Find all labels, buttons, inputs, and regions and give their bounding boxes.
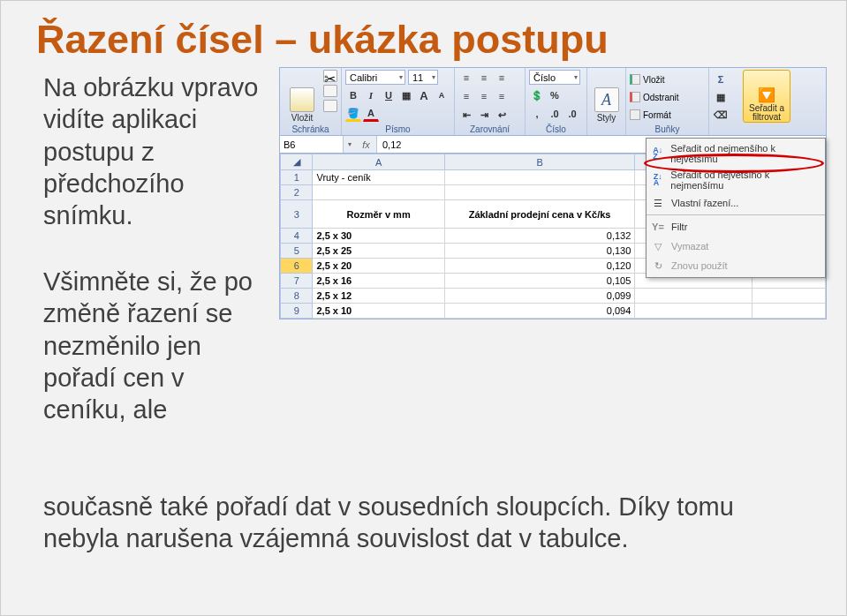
cell-d[interactable] bbox=[752, 289, 826, 304]
align-left-button[interactable]: ≡ bbox=[458, 88, 474, 104]
cell-b[interactable]: 0,105 bbox=[444, 274, 635, 289]
align-center-button[interactable]: ≡ bbox=[476, 88, 492, 104]
row-header[interactable]: 1 bbox=[281, 170, 313, 185]
cell-b[interactable]: 0,130 bbox=[444, 244, 635, 259]
fill-color-button[interactable]: 🪣 bbox=[345, 106, 361, 122]
cell-d[interactable] bbox=[752, 304, 826, 319]
cell-b[interactable] bbox=[444, 170, 635, 185]
cell-a[interactable]: 2,5 x 30 bbox=[313, 229, 444, 244]
sort-custom-item[interactable]: ☰ Vlastní řazení... bbox=[647, 193, 825, 213]
row-header[interactable]: 6 bbox=[281, 259, 313, 274]
reapply-icon: ↻ bbox=[650, 259, 666, 273]
sort-asc-icon: A↓Z bbox=[650, 146, 665, 161]
dec-dec-button[interactable]: .0 bbox=[564, 106, 580, 122]
sort-desc-item[interactable]: Z↓A Seřadit od největšího k nejmenšímu bbox=[647, 167, 825, 193]
row-header[interactable]: 7 bbox=[281, 274, 313, 289]
number-format-combo[interactable]: Číslo bbox=[529, 70, 580, 85]
percent-button[interactable]: % bbox=[547, 87, 563, 103]
cell-a[interactable] bbox=[313, 185, 444, 200]
alignment-group-label: Zarovnání bbox=[458, 124, 521, 134]
indent-inc-button[interactable]: ⇥ bbox=[476, 107, 492, 123]
font-size-combo[interactable]: 11 bbox=[408, 70, 438, 85]
insert-cells-button[interactable]: Vložit bbox=[630, 71, 700, 87]
clear-filter-icon: ▽ bbox=[650, 239, 666, 253]
dec-inc-button[interactable]: .0 bbox=[547, 106, 563, 122]
sort-custom-icon: ☰ bbox=[650, 196, 666, 210]
font-grow-button[interactable]: A bbox=[416, 87, 432, 103]
clipboard-icon bbox=[290, 87, 314, 112]
paste-button[interactable]: Vložit bbox=[284, 70, 321, 123]
sort-asc-item[interactable]: A↓Z Seřadit od nejmenšího k největšímu bbox=[647, 140, 825, 167]
font-group-label: Písmo bbox=[345, 124, 450, 134]
sort-filter-button[interactable]: 🔽 Seřadit a filtrovat bbox=[743, 70, 790, 123]
row-header[interactable]: 9 bbox=[281, 304, 313, 319]
comma-button[interactable]: , bbox=[529, 106, 545, 122]
wrap-button[interactable]: ↩ bbox=[494, 107, 510, 123]
align-right-button[interactable]: ≡ bbox=[494, 88, 510, 104]
sort-desc-icon: Z↓A bbox=[650, 173, 665, 187]
cell-b[interactable]: 0,094 bbox=[444, 304, 635, 319]
row-header[interactable]: 3 bbox=[281, 200, 313, 229]
row-header[interactable]: 2 bbox=[281, 185, 313, 200]
col-header-b[interactable]: B bbox=[444, 154, 635, 170]
border-button[interactable]: ▦ bbox=[398, 87, 414, 103]
indent-dec-button[interactable]: ⇤ bbox=[458, 107, 474, 123]
styles-group-label bbox=[591, 133, 622, 134]
font-name-combo[interactable]: Calibri bbox=[345, 70, 405, 85]
cells-group-label: Buňky bbox=[630, 124, 705, 134]
paragraph-2: Všimněte si, že po změně řazení se nezmě… bbox=[43, 266, 268, 425]
fx-icon[interactable]: fx bbox=[356, 136, 377, 153]
cell-a[interactable]: 2,5 x 20 bbox=[313, 259, 444, 274]
bold-button[interactable]: B bbox=[345, 87, 361, 103]
col-header-a[interactable]: A bbox=[313, 154, 444, 170]
table-row[interactable]: 92,5 x 100,094 bbox=[281, 304, 826, 319]
sort-filter-dropdown: A↓Z Seřadit od nejmenšího k největšímu Z… bbox=[646, 138, 826, 278]
align-bot-button[interactable]: ≡ bbox=[494, 70, 510, 86]
copy-icon[interactable] bbox=[323, 85, 337, 97]
delete-cells-button[interactable]: Odstranit bbox=[630, 89, 700, 105]
cell-a[interactable]: Vruty - ceník bbox=[313, 170, 444, 185]
cell-c[interactable] bbox=[635, 304, 752, 319]
clear-button[interactable]: ⌫ bbox=[713, 107, 729, 123]
row-header[interactable]: 8 bbox=[281, 289, 313, 304]
font-color-button[interactable]: A bbox=[363, 106, 379, 122]
filter-icon: Y= bbox=[650, 220, 666, 234]
cell-a[interactable]: 2,5 x 25 bbox=[313, 244, 444, 259]
cell-a[interactable]: Rozměr v mm bbox=[313, 200, 444, 229]
clipboard-group-label: Schránka bbox=[284, 124, 337, 134]
styles-button[interactable]: A Styly bbox=[591, 70, 622, 123]
cell-c[interactable] bbox=[635, 289, 752, 304]
format-cells-button[interactable]: Formát bbox=[630, 107, 700, 123]
fill-button[interactable]: ▦ bbox=[713, 89, 729, 105]
cell-a[interactable]: 2,5 x 10 bbox=[313, 304, 444, 319]
underline-button[interactable]: U bbox=[381, 87, 397, 103]
paragraph-1: Na obrázku vpravo vidíte aplikaci postup… bbox=[43, 71, 268, 231]
cell-a[interactable]: 2,5 x 16 bbox=[313, 274, 444, 289]
autosum-button[interactable]: Σ bbox=[713, 71, 729, 87]
row-header[interactable]: 5 bbox=[281, 244, 313, 259]
row-header[interactable]: 4 bbox=[281, 229, 313, 244]
cell-b[interactable]: Základní prodejní cena v Kč/ks bbox=[444, 200, 635, 229]
cell-b[interactable]: 0,099 bbox=[444, 289, 635, 304]
align-mid-button[interactable]: ≡ bbox=[476, 70, 492, 86]
cut-icon[interactable]: ✂ bbox=[323, 70, 337, 82]
align-top-button[interactable]: ≡ bbox=[458, 70, 474, 86]
number-group-label: Číslo bbox=[529, 124, 583, 134]
filter-item[interactable]: Y= Filtr bbox=[647, 214, 825, 237]
cell-a[interactable]: 2,5 x 12 bbox=[313, 289, 444, 304]
cell-b[interactable] bbox=[444, 185, 635, 200]
cell-b[interactable]: 0,132 bbox=[444, 229, 635, 244]
name-box-dropdown-icon[interactable]: ▾ bbox=[344, 136, 356, 153]
italic-button[interactable]: I bbox=[363, 87, 379, 103]
ribbon: Vložit ✂ Schránka Calibri 11 B I bbox=[279, 67, 827, 136]
format-painter-icon[interactable] bbox=[323, 100, 337, 112]
styles-icon: A bbox=[594, 87, 619, 112]
cell-b[interactable]: 0,120 bbox=[444, 259, 635, 274]
font-shrink-button[interactable]: A bbox=[434, 87, 450, 103]
currency-button[interactable]: 💲 bbox=[529, 87, 545, 103]
select-all-corner[interactable]: ◢ bbox=[281, 154, 313, 170]
clear-filter-item: ▽ Vymazat bbox=[647, 237, 825, 256]
reapply-item: ↻ Znovu použít bbox=[647, 256, 825, 275]
table-row[interactable]: 82,5 x 120,099 bbox=[281, 289, 826, 304]
name-box[interactable]: B6 bbox=[280, 136, 344, 153]
